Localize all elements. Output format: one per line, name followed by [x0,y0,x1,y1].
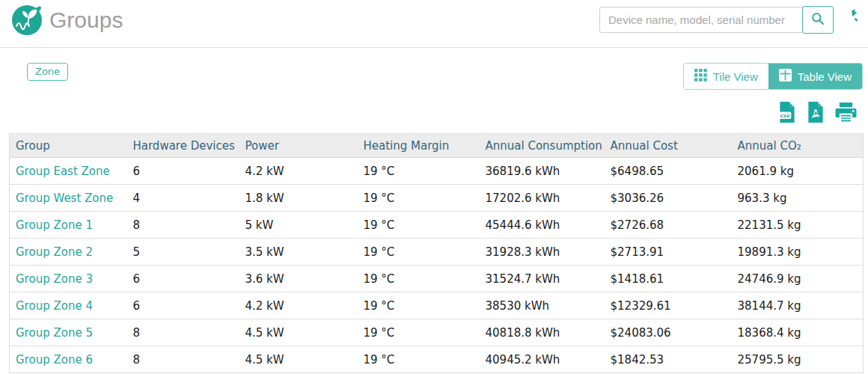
app-logo-icon [12,5,42,35]
value-cell: $2713.91 [605,239,732,266]
refresh-button[interactable] [839,10,858,31]
group-link[interactable]: Group Zone 2 [16,245,93,259]
value-cell: 5 kW [239,212,358,239]
group-cell: Group Zone 4 [10,292,127,319]
brand: Groups [12,5,123,35]
svg-text:csv: csv [780,113,790,119]
toolbar-row: Zone Tile View [0,63,868,90]
value-cell: 8 [127,346,239,373]
value-cell: $2726.68 [605,212,732,239]
value-cell: 19 °C [358,158,480,185]
search-button[interactable] [802,6,834,34]
table-row: Group Zone 684.5 kW19 °C40945.2 kWh$1842… [10,346,864,373]
column-header: Group [10,134,127,158]
table-row: Group East Zone64.2 kW19 °C36819.6 kWh$6… [10,158,864,185]
value-cell: 40945.2 kWh [480,346,605,373]
printer-icon [834,102,858,125]
value-cell: 38530 kWh [480,292,605,319]
group-cell: Group West Zone [10,185,127,212]
group-link[interactable]: Group Zone 4 [16,299,93,313]
value-cell: 19 °C [358,266,480,292]
value-cell: 25795.5 kg [732,346,864,373]
value-cell: $12329.61 [605,292,732,319]
value-cell: 2061.9 kg [732,158,864,185]
value-cell: 4.2 kW [239,292,358,319]
value-cell: 6 [127,292,239,319]
value-cell: 19 °C [358,346,480,373]
search-input[interactable] [599,7,803,33]
column-header: Annual Consumption [480,134,605,158]
value-cell: 38144.7 kg [732,292,864,319]
top-bar: Groups [0,0,868,48]
table-row: Group Zone 253.5 kW19 °C31928.3 kWh$2713… [10,239,864,266]
value-cell: 22131.5 kg [732,212,864,239]
search-icon [810,11,825,28]
tile-grid-icon [694,69,707,84]
table-row: Group Zone 185 kW19 °C45444.6 kWh$2726.6… [10,212,864,239]
value-cell: 31928.3 kWh [480,239,605,266]
value-cell: 36819.6 kWh [480,158,605,185]
column-header: Heating Margin [358,134,480,158]
group-link[interactable]: Group East Zone [16,165,110,178]
table-row: Group Zone 363.6 kW19 °C31524.7 kWh$1418… [10,266,864,292]
value-cell: 4 [127,185,239,212]
group-link[interactable]: Group West Zone [16,191,113,205]
column-header: Annual Cost [605,134,732,158]
table-row: Group Zone 584.5 kW19 °C40818.8 kWh$2408… [10,319,864,346]
value-cell: 8 [127,319,239,346]
value-cell: $3036.26 [605,185,732,212]
group-cell: Group Zone 5 [10,319,127,346]
value-cell: $24083.06 [605,319,732,346]
export-pdf-button[interactable] [806,101,825,126]
table-view-label: Table View [798,70,852,83]
refresh-icon [839,10,858,31]
value-cell: 19891.3 kg [732,239,864,266]
export-row: csv [0,101,868,126]
value-cell: 3.5 kW [239,239,358,266]
group-cell: Group Zone 3 [10,266,127,292]
value-cell: 8 [127,212,239,239]
value-cell: 18368.4 kg [732,319,864,346]
groups-table-wrap: GroupHardware DevicesPowerHeating Margin… [9,133,864,373]
zone-filter-badge[interactable]: Zone [27,63,68,81]
tile-view-label: Tile View [713,70,758,83]
column-header: Annual CO₂ [732,134,864,158]
export-csv-button[interactable]: csv [777,101,797,126]
value-cell: 6 [127,158,239,185]
pdf-file-icon [806,101,825,126]
group-link[interactable]: Group Zone 6 [16,353,93,367]
group-link[interactable]: Group Zone 1 [16,218,93,232]
column-header: Hardware Devices [127,134,239,158]
value-cell: 4.2 kW [239,158,358,185]
csv-file-icon: csv [777,101,797,126]
table-view-button[interactable]: Table View [768,64,862,89]
table-row: Group Zone 464.2 kW19 °C38530 kWh$12329.… [10,292,864,319]
value-cell: 19 °C [358,319,480,346]
table-header-row: GroupHardware DevicesPowerHeating Margin… [10,134,864,158]
value-cell: 4.5 kW [239,319,358,346]
value-cell: 1.8 kW [239,185,358,212]
value-cell: $1842.53 [605,346,732,373]
value-cell: $6498.65 [605,158,732,185]
table-grid-icon [779,69,792,84]
value-cell: 19 °C [358,292,480,319]
value-cell: 19 °C [358,239,480,266]
value-cell: 4.5 kW [239,346,358,373]
group-link[interactable]: Group Zone 3 [16,272,93,286]
value-cell: 17202.6 kWh [480,185,605,212]
value-cell: 19 °C [358,185,480,212]
value-cell: $1418.61 [605,266,732,292]
page-title: Groups [49,5,123,35]
value-cell: 31524.7 kWh [480,266,605,292]
value-cell: 45444.6 kWh [480,212,605,239]
groups-table: GroupHardware DevicesPowerHeating Margin… [9,133,864,373]
tile-view-button[interactable]: Tile View [684,64,768,89]
group-cell: Group East Zone [10,158,127,185]
print-button[interactable] [834,102,858,125]
value-cell: 40818.8 kWh [480,319,605,346]
group-cell: Group Zone 6 [10,346,127,373]
value-cell: 19 °C [358,212,480,239]
group-link[interactable]: Group Zone 5 [16,326,93,340]
column-header: Power [239,134,358,158]
table-row: Group West Zone41.8 kW19 °C17202.6 kWh$3… [10,185,864,212]
